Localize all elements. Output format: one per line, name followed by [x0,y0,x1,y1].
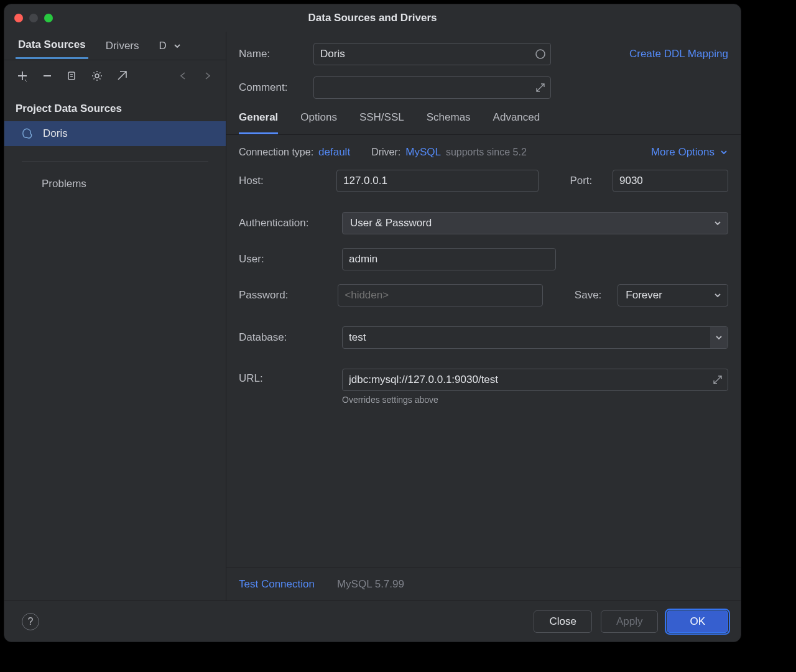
remove-icon[interactable] [40,69,54,83]
test-connection-link[interactable]: Test Connection [239,578,315,591]
data-source-item[interactable]: Doris [4,121,226,146]
expand-icon[interactable] [711,373,724,387]
create-ddl-mapping-link[interactable]: Create DDL Mapping [629,48,728,60]
make-global-icon[interactable] [115,69,129,83]
svg-point-2 [536,50,545,58]
connection-type-label: Connection type: [239,147,313,158]
name-label: Name: [239,48,303,60]
comment-label: Comment: [239,81,303,94]
database-label: Database: [239,331,332,344]
duplicate-icon[interactable] [65,69,79,83]
password-input[interactable] [338,284,543,306]
driver-label: Driver: [371,147,400,158]
undo-icon[interactable] [176,69,190,83]
tab-ssh-ssl[interactable]: SSH/SSL [359,111,404,134]
password-label: Password: [239,289,328,301]
user-label: User: [239,253,332,265]
apply-button[interactable]: Apply [601,610,659,633]
divider [22,161,208,162]
color-circle-icon[interactable] [534,47,547,61]
save-select[interactable]: Forever [618,284,728,306]
comment-input[interactable] [313,76,551,99]
tab-data-sources[interactable]: Data Sources [16,32,88,59]
close-window-button[interactable] [14,14,23,22]
help-button[interactable]: ? [22,613,39,630]
tab-options[interactable]: Options [300,111,337,134]
section-project-data-sources: Project Data Sources [4,91,226,121]
svg-rect-0 [68,72,75,80]
data-source-label: Doris [43,127,68,140]
svg-point-1 [95,74,99,78]
datasource-icon [22,127,34,140]
url-input[interactable] [342,369,728,391]
host-input[interactable] [336,170,539,192]
redo-icon[interactable] [201,69,215,83]
tab-schemas[interactable]: Schemas [427,111,471,134]
minimize-window-button[interactable] [29,14,38,22]
url-label: URL: [239,369,332,385]
port-label: Port: [570,175,603,187]
connection-version: MySQL 5.7.99 [337,578,404,591]
host-label: Host: [239,175,326,187]
tab-advanced[interactable]: Advanced [493,111,540,134]
expand-icon[interactable] [534,81,547,94]
tab-drivers[interactable]: Drivers [103,34,142,58]
tab-ddl-mappings[interactable]: DDL Mappings [157,34,167,58]
database-input[interactable] [342,326,728,349]
problems-item[interactable]: Problems [4,170,226,198]
connection-type-value[interactable]: default [318,146,350,159]
zoom-window-button[interactable] [44,14,53,22]
name-input[interactable] [313,43,551,65]
port-input[interactable] [613,170,728,192]
window-title: Data Sources and Drivers [4,12,741,24]
url-note: Overrides settings above [342,395,728,405]
settings-icon[interactable] [90,69,104,83]
ok-button[interactable]: OK [667,610,728,633]
authentication-label: Authentication: [239,217,332,229]
chevron-down-icon[interactable] [170,39,184,53]
authentication-select[interactable]: User & Password [342,212,728,234]
chevron-down-icon[interactable] [720,148,728,157]
user-input[interactable] [342,248,556,270]
save-label: Save: [575,289,608,301]
driver-value[interactable]: MySQL [405,146,441,159]
driver-supports: supports since 5.2 [446,147,527,158]
add-icon[interactable] [16,69,29,83]
close-button[interactable]: Close [534,610,591,633]
more-options-link[interactable]: More Options [651,146,715,159]
tab-general[interactable]: General [239,111,278,134]
